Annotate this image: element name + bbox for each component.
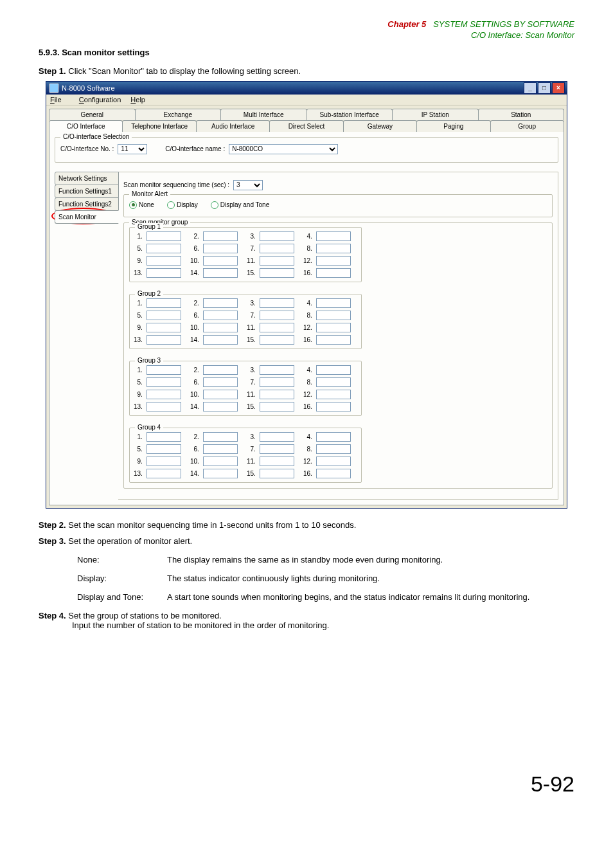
tab-direct-select[interactable]: Direct Select xyxy=(269,120,343,132)
station-input[interactable] xyxy=(203,244,238,253)
station-input[interactable] xyxy=(203,432,238,442)
station-input[interactable] xyxy=(147,444,181,454)
station-input[interactable] xyxy=(203,377,238,387)
station-input[interactable] xyxy=(260,231,294,241)
sidetab-scan-monitor[interactable]: Scan Monitor xyxy=(55,210,119,224)
station-input[interactable] xyxy=(203,444,238,454)
station-input[interactable] xyxy=(316,323,351,332)
sidetab-function-settings2[interactable]: Function Settings2 xyxy=(55,197,119,211)
seq-time-select[interactable]: 3 xyxy=(233,180,263,190)
station-input[interactable] xyxy=(316,231,351,241)
station-input[interactable] xyxy=(316,402,351,411)
station-input[interactable] xyxy=(147,323,181,332)
co-interface-selection: C/O-interface Selection C/O-interface No… xyxy=(55,137,558,163)
tab-general[interactable]: General xyxy=(49,109,136,120)
cell-label: 9. xyxy=(134,257,144,264)
menu-file[interactable]: File xyxy=(50,96,69,104)
station-input[interactable] xyxy=(260,335,294,345)
station-input[interactable] xyxy=(316,457,351,466)
station-input[interactable] xyxy=(260,256,294,266)
cell-label: 16. xyxy=(303,403,314,410)
station-input[interactable] xyxy=(147,457,181,466)
station-input[interactable] xyxy=(316,365,351,375)
tab-audio-interface[interactable]: Audio Interface xyxy=(196,120,270,132)
station-input[interactable] xyxy=(316,377,351,387)
station-input[interactable] xyxy=(147,335,181,345)
station-input[interactable] xyxy=(147,244,181,253)
station-input[interactable] xyxy=(203,256,238,266)
station-input[interactable] xyxy=(147,469,181,478)
radio-display-tone[interactable]: Display and Tone xyxy=(211,201,270,209)
station-input[interactable] xyxy=(147,390,181,399)
maximize-button[interactable]: □ xyxy=(538,82,551,94)
tab-co-interface[interactable]: C/O Interface xyxy=(49,120,123,132)
station-input[interactable] xyxy=(316,268,351,278)
station-input[interactable] xyxy=(316,244,351,253)
app-window-screenshot: N-8000 Software _ □ × File Configuration… xyxy=(46,81,567,509)
radio-display[interactable]: Display xyxy=(167,201,198,209)
tab-ip-station[interactable]: IP Station xyxy=(392,109,479,120)
tab-telephone-interface[interactable]: Telephone Interface xyxy=(122,120,196,132)
station-input[interactable] xyxy=(203,323,238,332)
station-input[interactable] xyxy=(316,469,351,478)
step-4-text-a: Set the group of stations to be monitore… xyxy=(68,611,221,620)
co-no-select[interactable]: 11 xyxy=(118,144,147,154)
station-input[interactable] xyxy=(203,469,238,478)
station-input[interactable] xyxy=(260,311,294,320)
station-input[interactable] xyxy=(316,311,351,320)
station-input[interactable] xyxy=(203,335,238,345)
sidetab-function-settings1[interactable]: Function Settings1 xyxy=(55,185,119,198)
tab-sub-station-interface[interactable]: Sub-station Interface xyxy=(306,109,393,120)
station-input[interactable] xyxy=(203,311,238,320)
station-input[interactable] xyxy=(316,390,351,399)
station-input[interactable] xyxy=(203,231,238,241)
station-input[interactable] xyxy=(260,268,294,278)
station-input[interactable] xyxy=(147,231,181,241)
station-input[interactable] xyxy=(260,444,294,454)
station-input[interactable] xyxy=(260,365,294,375)
sidetab-network-settings[interactable]: Network Settings xyxy=(55,172,119,185)
station-input[interactable] xyxy=(203,457,238,466)
station-input[interactable] xyxy=(260,244,294,253)
minimize-button[interactable]: _ xyxy=(524,82,537,94)
menu-help[interactable]: Help xyxy=(130,96,145,104)
station-input[interactable] xyxy=(316,256,351,266)
radio-none[interactable]: None xyxy=(129,201,154,209)
station-input[interactable] xyxy=(147,365,181,375)
station-input[interactable] xyxy=(147,298,181,308)
station-input[interactable] xyxy=(316,335,351,345)
co-name-select[interactable]: N-8000CO xyxy=(229,144,338,154)
close-button[interactable]: × xyxy=(552,82,565,94)
station-input[interactable] xyxy=(316,298,351,308)
station-input[interactable] xyxy=(203,365,238,375)
step-4-label: Step 4. xyxy=(39,611,66,620)
station-input[interactable] xyxy=(316,432,351,442)
menu-configuration[interactable]: Configuration xyxy=(79,96,121,104)
tab-station[interactable]: Station xyxy=(478,109,565,120)
station-input[interactable] xyxy=(203,268,238,278)
tab-multi-interface[interactable]: Multi Interface xyxy=(220,109,307,120)
station-input[interactable] xyxy=(147,256,181,266)
station-input[interactable] xyxy=(147,268,181,278)
cell-label: 15. xyxy=(247,336,257,343)
station-input[interactable] xyxy=(147,311,181,320)
station-input[interactable] xyxy=(260,298,294,308)
station-input[interactable] xyxy=(260,457,294,466)
station-input[interactable] xyxy=(260,323,294,332)
station-input[interactable] xyxy=(203,298,238,308)
station-input[interactable] xyxy=(260,469,294,478)
station-input[interactable] xyxy=(203,390,238,399)
station-input[interactable] xyxy=(260,390,294,399)
tab-paging[interactable]: Paging xyxy=(416,120,490,132)
station-input[interactable] xyxy=(203,402,238,411)
station-input[interactable] xyxy=(147,402,181,411)
station-input[interactable] xyxy=(260,432,294,442)
station-input[interactable] xyxy=(147,377,181,387)
station-input[interactable] xyxy=(260,402,294,411)
tab-gateway[interactable]: Gateway xyxy=(343,120,417,132)
station-input[interactable] xyxy=(147,432,181,442)
tab-exchange[interactable]: Exchange xyxy=(135,109,222,120)
station-input[interactable] xyxy=(260,377,294,387)
tab-group[interactable]: Group xyxy=(490,120,564,132)
station-input[interactable] xyxy=(316,444,351,454)
